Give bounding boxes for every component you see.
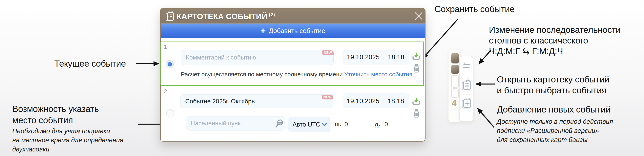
new-badge: NEW — [322, 95, 333, 99]
save-event-icon[interactable] — [412, 98, 420, 107]
table-edge-line — [456, 97, 458, 120]
time-field[interactable]: 18:18 — [383, 94, 409, 108]
event-cardfile-icon: 1 — [460, 78, 472, 92]
place-field-group — [186, 116, 285, 131]
add-event-label: Добавить событие — [269, 27, 325, 35]
annotation-line: и быстро выбрать события — [497, 85, 609, 96]
dialog-title-text: КАРТОТЕКА СОБЫТИЙ — [176, 12, 267, 21]
time-field[interactable]: 18:18 — [383, 50, 409, 64]
dialog-title: КАРТОТЕКА СОБЫТИЙ(2) — [176, 12, 275, 21]
annotation-sequence: Изменение последовательности столпов с к… — [489, 24, 621, 57]
date-field[interactable]: 19.10.2025 — [343, 50, 383, 64]
close-button[interactable] — [412, 8, 425, 23]
event-cardfile-dialog: КАРТОТЕКА СОБЫТИЙ(2) + Добавить событие … — [160, 8, 426, 142]
swap-arrows-icon — [462, 62, 471, 69]
bazi-chart-fragment: 4 — [448, 50, 460, 122]
screenshot-canvas: { "dialog": { "title": "КАРТОТЕКА СОБЫТИ… — [0, 0, 644, 156]
annotation-line: Необходимо для учта поправки — [12, 127, 123, 136]
annotation-line: Изменение последовательности — [489, 24, 621, 35]
note-text: Расчет осуществляется по местному солнеч… — [181, 71, 343, 78]
pillar-tile — [451, 65, 459, 74]
place-input[interactable] — [186, 117, 274, 130]
annotation-line: столпов с классического — [489, 35, 621, 46]
annotation-line: на местное время для определения — [12, 136, 123, 145]
annotation-line: Ч:Д:М:Г ⇆ Г:М:Д:Ч — [489, 46, 621, 57]
swap-order-button[interactable] — [460, 56, 473, 75]
annotation-save-event: Сохранить событие — [434, 3, 515, 14]
annotation-line: Открыть картотеку событий — [497, 74, 609, 85]
pillar-tile-empty — [451, 75, 459, 88]
add-event-button[interactable]: + Добавить событие — [161, 23, 425, 38]
open-cardfile-button[interactable]: 1 — [460, 75, 473, 95]
annotation-add-new: Добавление новых событий — [497, 104, 610, 115]
pillar-number: 4 — [452, 98, 456, 108]
annotation-add-new-note: Доступно только в период действия подпис… — [497, 117, 613, 144]
annotation-line: Возможность указать — [12, 103, 99, 115]
pillar-tile — [451, 53, 459, 63]
new-badge: NEW — [322, 50, 334, 55]
longitude-label: д. — [374, 121, 380, 128]
datetime-group: 19.10.2025 18:18 — [343, 50, 409, 64]
delete-event-icon[interactable] — [413, 109, 420, 118]
date-field[interactable]: 19.10.2025 — [343, 94, 383, 108]
solar-time-note: Расчет осуществляется по местному солнеч… — [181, 71, 412, 78]
timezone-dropdown[interactable]: Авто UTC — [288, 117, 330, 132]
longitude-value[interactable]: 0 — [384, 121, 388, 128]
delete-event-icon[interactable] — [413, 64, 420, 73]
pillar-tile-empty — [451, 88, 459, 98]
event-row-2: 2 NEW 19.10.2025 18:18 — [161, 86, 423, 141]
arrow-add-new — [478, 109, 494, 127]
annotation-current-event: Текущее событие — [54, 58, 126, 69]
comment-input[interactable] — [181, 50, 334, 65]
cardfile-icon — [165, 11, 174, 21]
event-radio-selected[interactable] — [166, 60, 174, 68]
datetime-group: 19.10.2025 18:18 — [343, 94, 409, 108]
event-row-1: 1 NEW 19.10.2025 18:18 Расчет осуществля… — [160, 41, 424, 86]
event-radio-unselected[interactable] — [166, 109, 174, 117]
row-number: 2 — [164, 88, 167, 95]
cardfile-count-badge: 1 — [467, 78, 469, 81]
add-event-icon — [460, 97, 472, 110]
dialog-title-count: (2) — [269, 12, 275, 17]
save-event-icon[interactable] — [412, 52, 420, 62]
annotation-place-note: Необходимо для учта поправки на местное … — [12, 127, 123, 154]
annotation-line: для сохраненных карт бацзы — [497, 135, 613, 144]
events-toolbar: 1 — [459, 56, 474, 122]
chevron-down-icon — [322, 123, 327, 126]
annotation-line: место события — [12, 115, 99, 126]
add-new-event-button[interactable] — [460, 95, 473, 112]
row-number: 1 — [164, 43, 167, 50]
dialog-header: КАРТОТЕКА СОБЫТИЙ(2) — [161, 8, 425, 23]
globe-search-icon — [275, 119, 284, 128]
close-icon — [414, 11, 423, 20]
clarify-place-link[interactable]: Уточнить место события — [344, 71, 412, 78]
latitude-label: ш. — [334, 121, 341, 128]
place-search-button[interactable] — [274, 117, 285, 130]
latitude-value[interactable]: 0 — [344, 121, 348, 128]
annotation-place-title: Возможность указать место события — [12, 103, 99, 126]
plus-icon: + — [260, 27, 266, 35]
annotation-line: подписки «Расширенной версии» — [497, 126, 613, 135]
annotation-open-cardfile: Открыть картотеку событий и быстро выбра… — [497, 74, 609, 96]
timezone-value: Авто UTC — [292, 121, 320, 128]
annotation-line: двухчасовки — [12, 145, 123, 154]
event-title-input[interactable] — [180, 94, 334, 108]
annotation-line: Доступно только в период действия — [497, 117, 613, 126]
